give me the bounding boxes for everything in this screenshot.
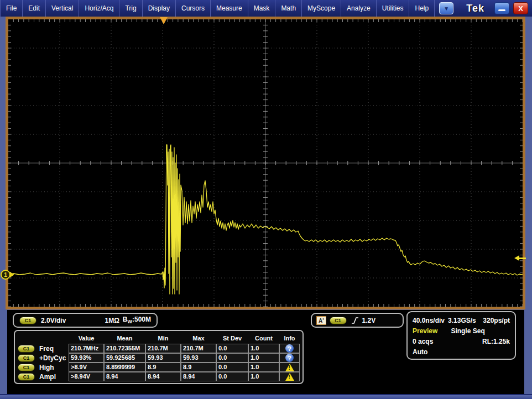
trigger-position-marker-icon[interactable] <box>160 17 168 24</box>
col-header-stdev: St Dev <box>216 333 248 344</box>
meas-min: 59.93 <box>145 353 181 363</box>
meas-count: 1.0 <box>248 344 279 353</box>
warning-icon[interactable] <box>285 364 294 371</box>
meas-max: 8.9 <box>181 363 216 372</box>
measurement-table: Value Mean Min Max St Dev Count Info C1F… <box>14 330 304 384</box>
bandwidth-readout: BW:500M <box>123 316 151 324</box>
trigger-source-badge: A' <box>316 316 326 325</box>
meas-max: 8.94 <box>181 372 216 381</box>
menu-overflow-button[interactable]: ▼ <box>439 2 453 14</box>
menu-trig[interactable]: Trig <box>119 0 142 17</box>
input-impedance: 1MΩ <box>105 317 119 324</box>
trigger-channel-badge: C1 <box>330 317 347 324</box>
meas-min: 8.9 <box>145 363 181 372</box>
meas-row-label: C1High <box>18 363 69 372</box>
menu-horiz-acq[interactable]: Horiz/Acq <box>79 0 119 17</box>
vertical-scale: 2.0V/div <box>41 317 66 324</box>
chevron-down-icon: ▼ <box>444 6 449 12</box>
preview-status: Preview <box>413 327 437 335</box>
meas-min: 210.7M <box>145 344 181 353</box>
rising-edge-icon <box>351 316 359 325</box>
menu-measure[interactable]: Measure <box>211 0 248 17</box>
menu-analyze[interactable]: Analyze <box>341 0 377 17</box>
channel1-marker-arrow-icon <box>10 272 14 277</box>
channel1-badge: C1 <box>18 345 35 353</box>
resolution: 320ps/pt <box>483 317 510 324</box>
menu-file[interactable]: File <box>0 0 23 17</box>
channel1-badge: C1 <box>19 317 36 324</box>
question-info-icon[interactable] <box>285 344 294 353</box>
window-bottom-frame <box>0 394 532 399</box>
trigger-mode: Auto <box>413 348 427 356</box>
record-length: RL:1.25k <box>482 338 510 345</box>
menu-math[interactable]: Math <box>275 0 302 17</box>
meas-stdev: 0.0 <box>216 344 248 353</box>
meas-stdev: 0.0 <box>216 363 248 372</box>
col-header-mean: Mean <box>104 333 145 344</box>
menu-cursors[interactable]: Cursors <box>176 0 211 17</box>
col-header-count: Count <box>248 333 279 344</box>
question-info-icon[interactable] <box>285 354 294 362</box>
meas-mean: 8.8999999 <box>104 363 145 372</box>
col-header-info: Info <box>279 333 300 344</box>
timebase: 40.0ns/div <box>413 317 445 324</box>
meas-count: 1.0 <box>248 353 279 363</box>
channel1-reference-marker[interactable]: 1 <box>1 270 15 280</box>
menu-myscope[interactable]: MyScope <box>302 0 341 17</box>
meas-stdev: 0.0 <box>216 353 248 363</box>
channel1-badge: C1 <box>18 354 35 362</box>
sample-rate: 3.13GS/s <box>448 317 476 324</box>
meas-value: >8.94V <box>69 372 104 381</box>
meas-row-label: C1Freq <box>18 344 69 353</box>
meas-stdev: 0.0 <box>216 372 248 381</box>
trigger-level-arrow-icon[interactable] <box>514 255 526 261</box>
col-header-min: Min <box>145 333 181 344</box>
col-header-value: Value <box>69 333 104 344</box>
trigger-readout[interactable]: A' C1 1.2V <box>311 313 404 328</box>
oscilloscope-window: File Edit Vertical Horiz/Acq Trig Displa… <box>0 0 532 399</box>
meas-mean: 59.925685 <box>104 353 145 363</box>
menu-display[interactable]: Display <box>143 0 176 17</box>
meas-value: 59.93% <box>69 353 104 363</box>
warning-icon[interactable] <box>285 373 294 381</box>
meas-min: 8.94 <box>145 372 181 381</box>
minimize-icon <box>498 9 505 11</box>
menu-edit[interactable]: Edit <box>23 0 46 17</box>
vertical-readout[interactable]: C1 2.0V/div 1MΩ BW:500M <box>13 313 158 328</box>
close-button[interactable]: X <box>513 2 528 14</box>
tek-logo: Tek <box>466 3 484 14</box>
meas-value: 210.7MHz <box>69 344 104 353</box>
menu-utilities[interactable]: Utilities <box>377 0 410 17</box>
readout-area: C1 2.0V/div 1MΩ BW:500M A' C1 1.2V 40.0n… <box>7 310 524 394</box>
meas-mean: 8.94 <box>104 372 145 381</box>
channel1-badge: C1 <box>18 373 35 381</box>
meas-max: 210.7M <box>181 344 216 353</box>
meas-value: >8.9V <box>69 363 104 372</box>
waveform-svg <box>8 19 523 307</box>
menu-vertical[interactable]: Vertical <box>46 0 79 17</box>
menu-help[interactable]: Help <box>409 0 435 17</box>
channel1-marker-label: 1 <box>1 270 11 280</box>
meas-mean: 210.72355M <box>104 344 145 353</box>
acquisition-count: 0 acqs <box>413 338 433 345</box>
trigger-level: 1.2V <box>362 317 376 324</box>
meas-count: 1.0 <box>248 372 279 381</box>
minimize-button[interactable] <box>494 2 509 14</box>
meas-count: 1.0 <box>248 363 279 372</box>
waveform-display <box>6 17 525 309</box>
meas-max: 59.93 <box>181 353 216 363</box>
col-header-max: Max <box>181 333 216 344</box>
menu-mask[interactable]: Mask <box>248 0 276 17</box>
acquisition-mode: Single Seq <box>451 327 484 335</box>
menu-bar: File Edit Vertical Horiz/Acq Trig Displa… <box>0 0 532 17</box>
close-icon: X <box>518 4 523 13</box>
horizontal-readout[interactable]: 40.0ns/div 3.13GS/s 320ps/pt Preview Sin… <box>406 311 516 360</box>
meas-row-label: C1+DtyCyc <box>18 353 69 363</box>
channel1-badge: C1 <box>18 364 35 371</box>
meas-row-label: C1Ampl <box>18 372 69 381</box>
